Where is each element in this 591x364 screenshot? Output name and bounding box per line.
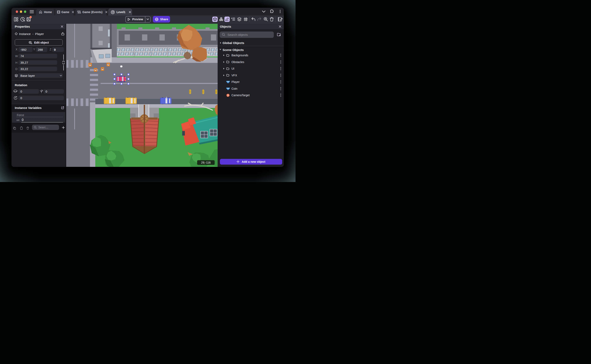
svg-text:29;-116: 29;-116 <box>201 161 211 164</box>
svg-text:3D: 3D <box>31 43 32 44</box>
